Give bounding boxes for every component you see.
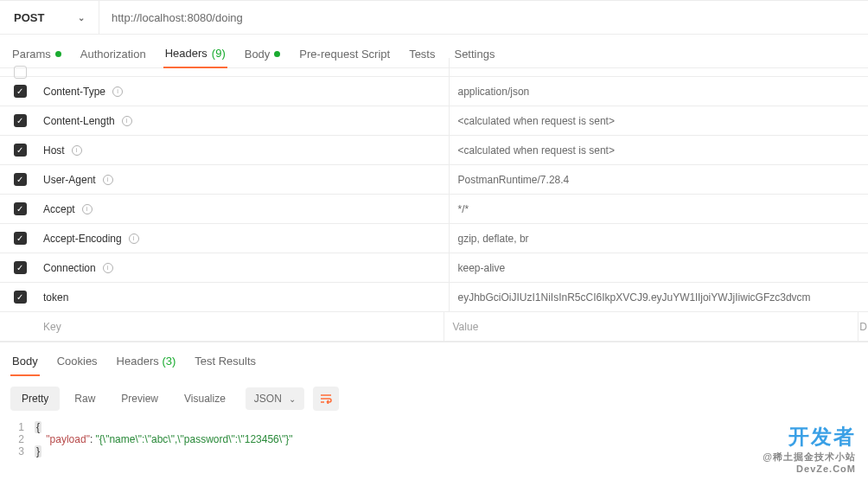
header-key[interactable]: token <box>40 291 449 304</box>
checkbox-checked[interactable]: ✓ <box>14 85 27 98</box>
checkbox-checked[interactable]: ✓ <box>14 202 27 215</box>
checkbox-checked[interactable]: ✓ <box>14 261 27 274</box>
info-icon: i <box>129 233 139 244</box>
checkbox-checked[interactable]: ✓ <box>14 114 27 127</box>
table-row-stub <box>0 68 868 77</box>
checkbox-checked[interactable]: ✓ <box>14 144 27 157</box>
table-row[interactable]: ✓Content-Type iapplication/json <box>0 77 868 106</box>
header-key[interactable]: Host i <box>40 144 449 157</box>
checkbox-checked[interactable]: ✓ <box>14 232 27 245</box>
value-input[interactable]: Value <box>444 312 858 341</box>
response-body[interactable]: 1{ 2 "payload": "{\"name\":\"abc\",\"pas… <box>0 421 868 468</box>
view-raw-button[interactable]: Raw <box>63 387 106 411</box>
table-row[interactable]: ✓Accept i*/* <box>0 195 868 224</box>
method-selector[interactable]: POST ⌄ <box>0 1 99 34</box>
table-row[interactable]: ✓Host i<calculated when request is sent> <box>0 136 868 165</box>
watermark: 开发者 @稀土掘金技术小站DevZe.CoM <box>763 423 856 468</box>
info-icon: i <box>103 175 113 185</box>
key-input[interactable]: Key <box>40 321 444 333</box>
info-icon: i <box>103 263 113 273</box>
header-value[interactable]: PostmanRuntime/7.28.4 <box>449 165 869 194</box>
view-preview-button[interactable]: Preview <box>110 387 169 411</box>
line-number: 3 <box>10 445 35 457</box>
tab-body[interactable]: Body <box>243 43 283 67</box>
header-key[interactable]: Accept i <box>40 203 449 215</box>
resp-tab-body[interactable]: Body <box>10 353 40 376</box>
resp-tab-headers[interactable]: Headers (3) <box>115 353 178 376</box>
chevron-down-icon: ⌄ <box>78 13 85 22</box>
info-icon: i <box>72 145 82 156</box>
tab-tests[interactable]: Tests <box>407 43 437 67</box>
response-toolbar: Pretty Raw Preview Visualize JSON⌄ <box>0 376 868 421</box>
header-value[interactable]: gzip, deflate, br <box>449 224 869 253</box>
header-value[interactable]: <calculated when request is sent> <box>449 136 869 164</box>
checkbox-checked[interactable]: ✓ <box>14 173 27 186</box>
chevron-down-icon: ⌄ <box>289 394 296 404</box>
table-row[interactable]: ✓User-Agent iPostmanRuntime/7.28.4 <box>0 165 868 195</box>
header-value[interactable]: */* <box>449 195 869 223</box>
header-key[interactable]: Content-Type i <box>40 86 449 98</box>
resp-tab-cookies[interactable]: Cookies <box>55 353 99 376</box>
status-dot-icon <box>274 51 280 57</box>
wrap-icon <box>320 393 332 404</box>
headers-table: ✓Content-Type iapplication/json✓Content-… <box>0 68 868 342</box>
header-value[interactable]: keep-alive <box>449 253 869 282</box>
response-tabs: Body Cookies Headers (3) Test Results <box>0 342 868 376</box>
header-key[interactable]: User-Agent i <box>40 174 449 186</box>
tab-prerequest[interactable]: Pre-request Script <box>297 43 392 67</box>
header-value[interactable]: application/json <box>449 77 869 106</box>
status-dot-icon <box>55 51 61 57</box>
header-value[interactable]: <calculated when request is sent> <box>449 106 869 135</box>
info-icon: i <box>122 116 132 126</box>
format-selector[interactable]: JSON⌄ <box>246 387 304 410</box>
table-row-new[interactable]: Key Value D <box>0 312 868 342</box>
tab-headers[interactable]: Headers (9) <box>163 43 227 68</box>
table-row[interactable]: ✓tokeneyJhbGciOiJIUzI1NiIsInR5cCI6IkpXVC… <box>0 283 868 312</box>
info-icon: i <box>112 86 123 97</box>
table-row[interactable]: ✓Accept-Encoding igzip, deflate, br <box>0 224 868 253</box>
line-number: 2 <box>10 433 35 445</box>
resp-tab-tests[interactable]: Test Results <box>193 353 258 376</box>
header-value[interactable]: eyJhbGciOiJIUzI1NiIsInR5cCI6IkpXVCJ9.eyJ… <box>449 283 869 311</box>
line-number: 1 <box>10 421 35 433</box>
checkbox[interactable] <box>14 66 27 79</box>
description-input[interactable]: D <box>858 312 868 341</box>
header-key[interactable]: Accept-Encoding i <box>40 233 449 245</box>
method-label: POST <box>14 11 44 24</box>
header-key[interactable]: Content-Length i <box>40 115 449 127</box>
view-visualize-button[interactable]: Visualize <box>173 387 237 411</box>
url-input[interactable]: http://localhost:8080/doing <box>99 1 868 34</box>
tab-authorization[interactable]: Authorization <box>79 43 148 67</box>
table-row[interactable]: ✓Content-Length i<calculated when reques… <box>0 106 868 136</box>
table-row[interactable]: ✓Connection ikeep-alive <box>0 253 868 283</box>
info-icon: i <box>82 204 93 214</box>
checkbox-checked[interactable]: ✓ <box>14 291 27 304</box>
view-pretty-button[interactable]: Pretty <box>10 387 60 411</box>
header-key[interactable]: Connection i <box>40 262 449 274</box>
wrap-lines-button[interactable] <box>313 387 339 411</box>
tab-params[interactable]: Params <box>10 43 63 67</box>
